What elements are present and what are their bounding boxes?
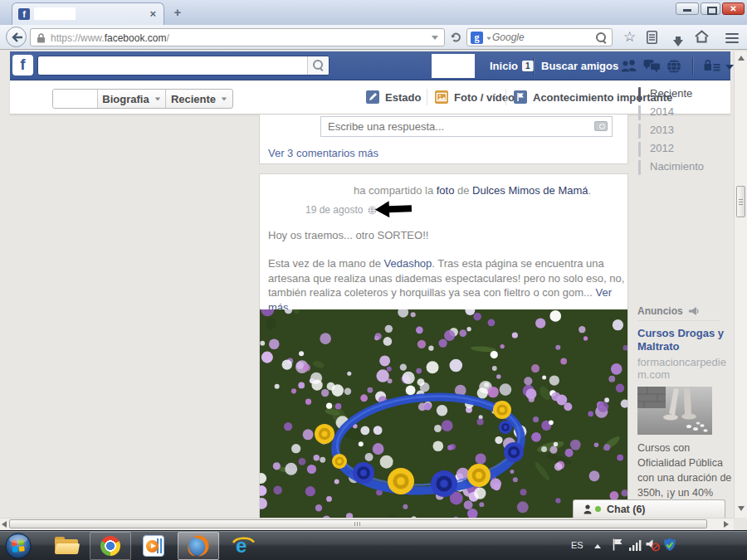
bookmark-star-icon[interactable]: ☆ bbox=[623, 30, 636, 45]
biografia-button[interactable]: Biografia bbox=[98, 90, 166, 108]
nav-buscar-amigos[interactable]: Buscar amigos bbox=[541, 60, 618, 72]
vertical-scrollbar[interactable] bbox=[734, 51, 747, 518]
reply-input[interactable] bbox=[320, 116, 613, 137]
scroll-left-icon[interactable] bbox=[2, 521, 7, 528]
network-signal-icon[interactable] bbox=[629, 539, 642, 554]
action-center-flag-icon[interactable] bbox=[612, 538, 623, 555]
scroll-right-icon[interactable] bbox=[724, 521, 729, 528]
foto-video-button[interactable]: Foto / vídeo bbox=[435, 88, 515, 106]
facebook-search-bar[interactable] bbox=[37, 56, 330, 75]
messages-icon[interactable] bbox=[643, 59, 661, 76]
composer-separator bbox=[505, 89, 506, 105]
post-photo[interactable] bbox=[260, 309, 627, 519]
menu-icon[interactable] bbox=[725, 31, 739, 46]
nav-inicio[interactable]: Inicio1 bbox=[490, 60, 534, 72]
horizontal-scrollbar[interactable] bbox=[0, 518, 734, 530]
taskbar-ie-button[interactable]: e bbox=[222, 532, 264, 560]
search-box[interactable]: g bbox=[466, 28, 613, 46]
taskbar-explorer-button[interactable] bbox=[46, 532, 88, 560]
downloads-icon[interactable] bbox=[673, 40, 683, 46]
avatar-redacted bbox=[292, 114, 316, 136]
timeline-item-2014[interactable]: 2014 bbox=[650, 105, 674, 118]
language-indicator[interactable]: ES bbox=[571, 540, 583, 550]
tab-close-icon[interactable]: × bbox=[149, 7, 156, 20]
composer-separator bbox=[427, 89, 427, 105]
facebook-logo[interactable]: f bbox=[12, 55, 33, 75]
media-player-icon bbox=[143, 535, 164, 557]
foto-link[interactable]: foto bbox=[437, 184, 455, 197]
acontecimiento-button[interactable]: Acontecimiento importante bbox=[514, 88, 672, 106]
taskbar-mediaplayer-button[interactable] bbox=[133, 532, 174, 560]
account-dropdown-icon[interactable] bbox=[725, 65, 734, 70]
timeline-tick bbox=[638, 160, 641, 175]
start-button[interactable] bbox=[4, 532, 32, 560]
back-button[interactable] bbox=[6, 27, 27, 47]
taskbar-firefox-button[interactable] bbox=[178, 532, 219, 560]
post-date[interactable]: 19 de agosto bbox=[305, 204, 363, 216]
bookmarks-panel-icon[interactable] bbox=[647, 31, 657, 47]
timeline-item-2013[interactable]: 2013 bbox=[650, 124, 674, 136]
new-tab-button[interactable]: + bbox=[168, 5, 187, 20]
chevron-down-icon bbox=[154, 97, 159, 100]
estado-button[interactable]: Estado bbox=[366, 88, 421, 106]
facebook-search-input[interactable] bbox=[42, 58, 303, 73]
privacy-shortcuts-icon[interactable] bbox=[704, 59, 720, 75]
minimize-button[interactable] bbox=[676, 2, 699, 15]
annotation-arrow-icon bbox=[374, 199, 413, 222]
post-text-line1: Hoy os traemos... otro SORTEO!! bbox=[268, 229, 428, 241]
flower-headband-photo bbox=[260, 309, 627, 519]
window-controls bbox=[676, 2, 745, 15]
camera-icon[interactable] bbox=[594, 121, 608, 131]
vertical-scroll-thumb[interactable] bbox=[736, 186, 745, 217]
friend-requests-icon[interactable] bbox=[620, 59, 639, 76]
volume-muted-icon[interactable] bbox=[646, 538, 660, 555]
scroll-down-icon[interactable] bbox=[738, 506, 745, 511]
chrome-icon bbox=[100, 536, 120, 556]
segment-redacted[interactable] bbox=[53, 90, 98, 108]
chevron-down-icon bbox=[222, 97, 227, 100]
timeline-item-reciente[interactable]: Reciente bbox=[650, 87, 692, 100]
timeline-tick bbox=[638, 105, 641, 120]
browser-tab[interactable]: f × bbox=[12, 2, 164, 25]
web-search-input[interactable] bbox=[492, 29, 592, 46]
close-button[interactable] bbox=[722, 2, 745, 15]
hidden-icons-chevron[interactable] bbox=[594, 544, 601, 548]
search-engine-dropdown-icon[interactable] bbox=[486, 37, 491, 41]
restore-button[interactable] bbox=[701, 2, 720, 15]
post-header: ha compartido la foto de Dulces Mimos de… bbox=[354, 184, 591, 197]
page-name-link[interactable]: Dulces Mimos de Mamá bbox=[472, 184, 588, 197]
search-icon[interactable] bbox=[596, 32, 607, 43]
antivirus-icon[interactable] bbox=[663, 538, 676, 555]
url-dropdown-icon[interactable] bbox=[432, 36, 438, 40]
facebook-search-button[interactable] bbox=[307, 56, 329, 75]
horizontal-scroll-thumb[interactable] bbox=[9, 519, 707, 528]
search-icon bbox=[313, 60, 324, 71]
nav-divider bbox=[533, 57, 534, 75]
url-text[interactable]: https://www.facebook.com/ bbox=[51, 32, 169, 44]
reciente-button[interactable]: Reciente bbox=[166, 90, 232, 108]
ads-divider bbox=[637, 320, 720, 321]
reload-button[interactable] bbox=[449, 31, 462, 47]
notifications-globe-icon[interactable] bbox=[666, 59, 681, 77]
chat-bar[interactable]: Chat (6) bbox=[573, 499, 725, 518]
timeline-tick bbox=[638, 124, 641, 139]
vedashop-link[interactable]: Vedashop bbox=[383, 257, 432, 270]
facebook-favicon-icon: f bbox=[18, 8, 30, 20]
profile-name-redacted[interactable] bbox=[432, 54, 475, 78]
megaphone-icon bbox=[688, 306, 700, 316]
ver-comentarios-link[interactable]: Ver 3 comentarios más bbox=[268, 147, 378, 159]
comments-card: Ver 3 comentarios más bbox=[259, 114, 628, 164]
pencil-icon bbox=[366, 90, 379, 104]
timeline-item-2012[interactable]: 2012 bbox=[650, 142, 674, 154]
timeline-item-nacimiento[interactable]: Nacimiento bbox=[650, 160, 704, 173]
ad-title-link[interactable]: Cursos Drogas y Maltrato bbox=[637, 327, 730, 353]
ad-image[interactable] bbox=[637, 387, 712, 435]
url-bar[interactable]: https://www.facebook.com/ bbox=[30, 28, 445, 46]
screen: f × + https://www.facebook.com/ bbox=[0, 0, 747, 560]
timeline-tick bbox=[638, 142, 641, 157]
home-icon[interactable] bbox=[695, 30, 709, 46]
taskbar-chrome-button[interactable] bbox=[90, 532, 131, 560]
scroll-up-icon[interactable] bbox=[738, 56, 745, 61]
flag-icon bbox=[514, 90, 527, 104]
tab-title-redacted bbox=[34, 7, 76, 20]
